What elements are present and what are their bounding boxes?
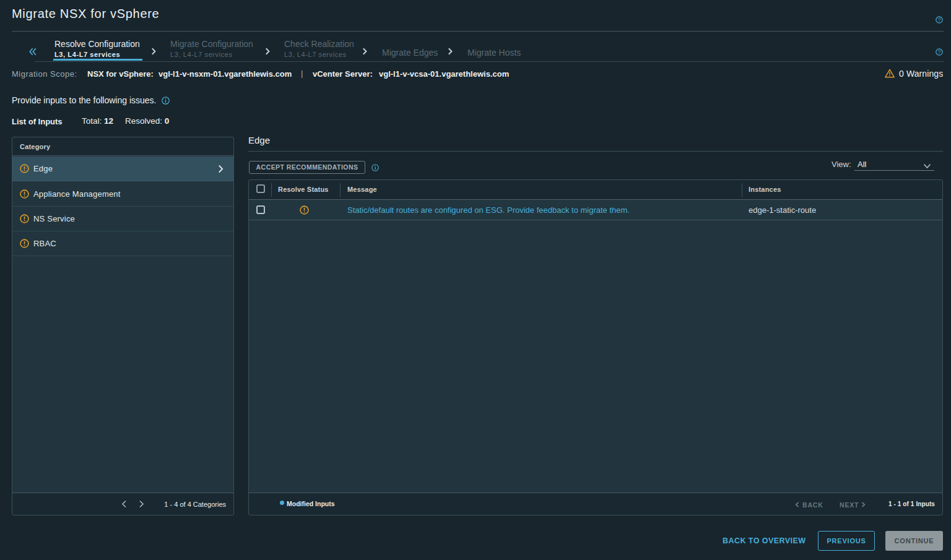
svg-text:?: ?: [938, 17, 941, 23]
svg-text:?: ?: [938, 49, 941, 55]
